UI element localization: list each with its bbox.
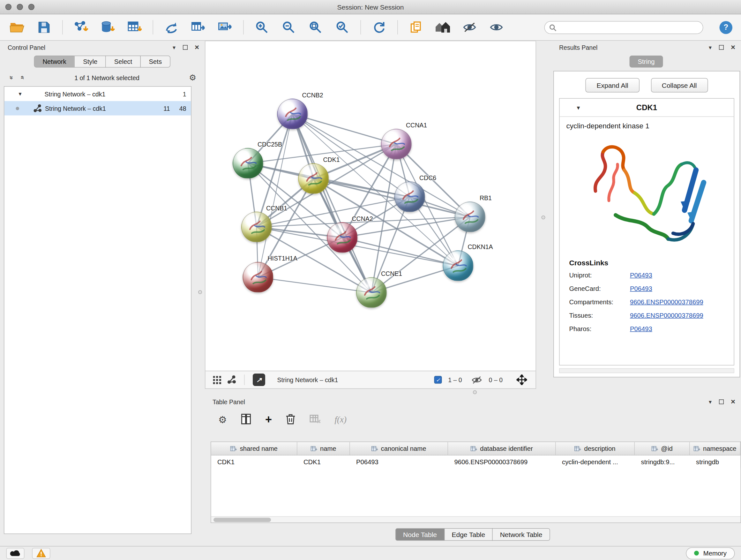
network-node-label-cdc6: CDC6 xyxy=(419,174,436,182)
crosslink-link[interactable]: P06493 xyxy=(630,285,652,293)
tab-network[interactable]: Network xyxy=(34,56,75,68)
horizontal-splitter[interactable] xyxy=(205,389,536,395)
selected-checkbox-icon[interactable]: ✓ xyxy=(434,376,442,384)
grid-icon[interactable] xyxy=(213,376,221,384)
network-node-ccne1[interactable] xyxy=(356,277,387,308)
tab-node-table[interactable]: Node Table xyxy=(395,528,445,541)
network-node-ccna2[interactable] xyxy=(327,222,358,253)
tab-string[interactable]: String xyxy=(630,56,663,68)
network-node-hist1h1a[interactable] xyxy=(243,262,273,293)
save-session-icon[interactable] xyxy=(35,17,54,37)
tab-network-table[interactable]: Network Table xyxy=(492,528,550,541)
close-window-button[interactable] xyxy=(5,4,12,10)
show-columns-icon[interactable] xyxy=(241,413,251,426)
edge-count: 48 xyxy=(170,105,186,112)
column-header-description[interactable]: description xyxy=(556,442,635,455)
network-node-ccnb2[interactable] xyxy=(277,99,308,129)
search-input[interactable] xyxy=(544,21,703,34)
show-details-eye-icon[interactable] xyxy=(487,17,506,37)
warning-button[interactable] xyxy=(32,548,51,559)
panel-float-icon[interactable]: ▾ xyxy=(709,399,712,405)
panel-close-icon[interactable]: × xyxy=(195,44,199,51)
tab-edge-table[interactable]: Edge Table xyxy=(444,528,493,541)
zoom-window-button[interactable] xyxy=(28,4,35,10)
documents-icon[interactable] xyxy=(407,17,426,37)
protein-section-header[interactable]: ▾ CDK1 xyxy=(560,99,734,117)
splitter-handle[interactable] xyxy=(198,290,202,294)
column-header-shared-name[interactable]: shared name xyxy=(211,442,297,455)
table-settings-gear-icon[interactable]: ⚙ xyxy=(218,414,227,425)
network-node-cdk1[interactable] xyxy=(298,164,329,194)
network-node-cdc6[interactable] xyxy=(394,182,425,212)
section-caret-icon[interactable]: ▾ xyxy=(577,104,580,111)
column-header-name[interactable]: name xyxy=(297,442,350,455)
panel-close-icon[interactable]: × xyxy=(731,44,735,51)
export-table-icon[interactable] xyxy=(189,17,208,37)
table-horizontal-scrollbar[interactable] xyxy=(211,516,741,523)
table-panel: Table Panel ▾ × ⚙ + xyxy=(205,395,741,546)
collapse-all-button[interactable]: Collapse All xyxy=(651,78,708,92)
splitter-handle[interactable] xyxy=(542,215,545,219)
refresh-view-icon[interactable] xyxy=(369,17,389,37)
panel-float-icon[interactable]: ▾ xyxy=(173,45,176,51)
cloud-button[interactable] xyxy=(6,548,24,559)
collapse-all-icon[interactable]: » xyxy=(8,74,16,81)
import-network-database-icon[interactable] xyxy=(98,17,118,37)
gear-icon[interactable]: ⚙ xyxy=(189,72,196,83)
import-table-icon[interactable] xyxy=(125,17,144,37)
panel-float-icon[interactable]: ▾ xyxy=(709,45,712,51)
external-link-button[interactable]: ↗ xyxy=(253,374,265,386)
splitter-handle[interactable] xyxy=(473,390,477,394)
crosslink-link[interactable]: 9606.ENSP00000378699 xyxy=(630,312,703,319)
hide-details-eye-icon[interactable] xyxy=(460,17,479,37)
panel-maximize-icon[interactable] xyxy=(183,45,187,50)
crosshair-icon[interactable] xyxy=(517,374,527,385)
zoom-in-icon[interactable] xyxy=(253,17,272,37)
scrollbar-thumb[interactable] xyxy=(213,518,271,522)
zoom-fit-icon[interactable] xyxy=(306,17,325,37)
network-node-label-ccne1: CCNE1 xyxy=(381,270,402,277)
vertical-splitter[interactable] xyxy=(536,41,551,395)
home-icon[interactable] xyxy=(433,17,453,37)
network-row-selected[interactable]: String Network – cdk1 11 48 xyxy=(4,101,191,116)
help-icon[interactable]: ? xyxy=(720,21,733,34)
crosslink-link[interactable]: P06493 xyxy=(630,325,652,333)
delete-column-icon[interactable] xyxy=(286,413,295,426)
tab-select[interactable]: Select xyxy=(106,56,141,68)
column-header-database-identifier[interactable]: database identifier xyxy=(448,442,556,455)
panel-maximize-icon[interactable] xyxy=(719,399,724,404)
tree-caret-icon[interactable]: ▾ xyxy=(19,91,25,98)
hidden-eye-slash-icon[interactable] xyxy=(471,376,482,384)
minimize-window-button[interactable] xyxy=(17,4,23,10)
results-scrollbar[interactable] xyxy=(559,368,734,373)
import-network-file-icon[interactable] xyxy=(71,17,91,37)
panel-maximize-icon[interactable] xyxy=(719,45,724,50)
expand-all-button[interactable]: Expand All xyxy=(586,78,639,92)
tab-style[interactable]: Style xyxy=(74,56,106,68)
expand-all-icon[interactable]: » xyxy=(18,74,25,81)
memory-button[interactable]: Memory xyxy=(686,547,735,559)
panel-close-icon[interactable]: × xyxy=(731,398,735,406)
crosslink-link[interactable]: P06493 xyxy=(630,272,652,279)
function-builder-icon[interactable]: f(x) xyxy=(334,415,346,425)
crosslink-link[interactable]: 9606.ENSP00000378699 xyxy=(630,299,703,306)
column-header-id[interactable]: @id xyxy=(635,442,690,455)
network-overview-icon[interactable] xyxy=(227,375,236,384)
open-session-icon[interactable] xyxy=(8,17,27,37)
column-header-namespace[interactable]: namespace xyxy=(690,442,741,455)
tab-sets[interactable]: Sets xyxy=(140,56,171,68)
first-neighbors-icon[interactable] xyxy=(162,17,181,37)
network-canvas[interactable]: CCNB2CCNA1CDC25BCDK1CDC6RB1CCNB1CCNA2CDK… xyxy=(205,41,536,371)
network-node-cdc25b[interactable] xyxy=(232,148,263,179)
zoom-selected-icon[interactable] xyxy=(333,17,352,37)
zoom-out-icon[interactable] xyxy=(279,17,298,37)
network-node-cdkn1a[interactable] xyxy=(443,251,474,281)
network-node-rb1[interactable] xyxy=(455,202,485,233)
network-node-ccna1[interactable] xyxy=(381,129,412,160)
table-row[interactable]: CDK1CDK1P064939606.ENSP00000378699cyclin… xyxy=(211,455,741,468)
add-column-icon[interactable]: + xyxy=(265,414,272,425)
export-image-icon[interactable] xyxy=(215,17,234,37)
network-node-ccnb1[interactable] xyxy=(241,212,272,242)
column-header-canonical-name[interactable]: canonical name xyxy=(350,442,448,455)
network-collection-row[interactable]: ▾ String Network – cdk1 1 xyxy=(4,87,191,101)
